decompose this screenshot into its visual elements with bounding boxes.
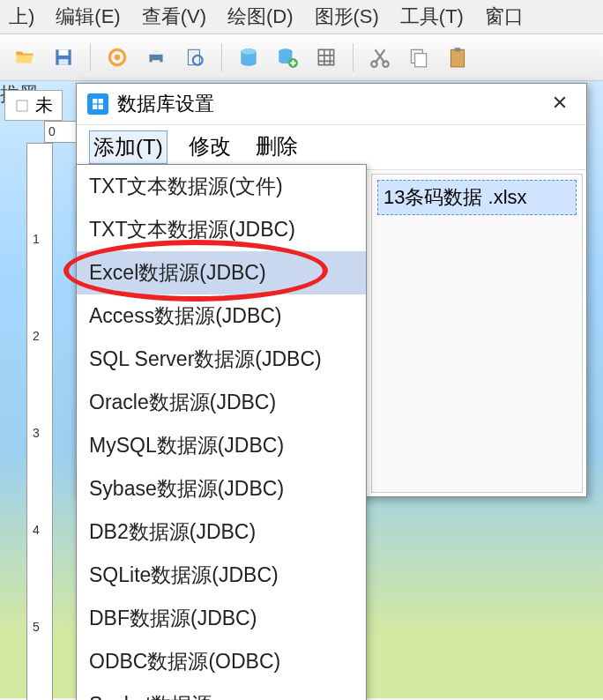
dropdown-item-oracle-jdbc[interactable]: Oracle数据源(JDBC) [77,381,366,424]
document-tab[interactable]: 未 [4,90,63,121]
ruler-vertical: 1 2 3 4 5 [26,143,53,700]
dropdown-item-sqlite-jdbc[interactable]: SQLite数据源(JDBC) [77,554,366,597]
ruler-tick: 1 [33,232,40,246]
dropdown-item-db2-jdbc[interactable]: DB2数据源(JDBC) [77,510,366,554]
toolbar-separator [221,43,222,71]
document-tab-label: 未 [35,93,53,117]
document-icon [14,98,30,114]
svg-rect-18 [450,49,464,67]
svg-rect-23 [93,105,97,109]
svg-rect-2 [59,59,69,65]
settings-button[interactable] [101,41,133,73]
menu-shape[interactable]: 图形(S) [315,4,379,30]
dropdown-item-odbc[interactable]: ODBC数据源(ODBC) [77,640,366,683]
menu-draw[interactable]: 绘图(D) [227,4,294,30]
menu-file[interactable]: 上) [9,4,34,30]
dropdown-item-access-jdbc[interactable]: Access数据源(JDBC) [77,294,366,338]
dropdown-item-excel-jdbc[interactable]: Excel数据源(JDBC) [77,251,366,294]
ruler-tick: 3 [33,426,40,440]
dropdown-item-sybase-jdbc[interactable]: Sybase数据源(JDBC) [77,467,366,510]
toolbar-separator [90,43,91,71]
copy-button[interactable] [403,41,435,73]
datasource-dropdown: TXT文本数据源(文件) TXT文本数据源(JDBC) Excel数据源(JDB… [76,164,367,700]
dropdown-item-socket[interactable]: Socket数据源 [77,683,366,700]
svg-rect-17 [415,54,427,67]
ruler-tick: 0 [48,124,56,138]
dropdown-item-sqlserver-jdbc[interactable]: SQL Server数据源(JDBC) [77,338,366,381]
close-icon [551,93,569,111]
dropdown-item-dbf-jdbc[interactable]: DBF数据源(JDBC) [77,597,366,640]
grid-button[interactable] [310,41,342,73]
modify-menu-item[interactable]: 修改 [185,130,234,164]
svg-rect-22 [99,99,103,103]
svg-point-14 [371,61,377,67]
cut-button[interactable] [364,41,396,73]
dialog-titlebar: 数据库设置 [77,84,586,125]
dropdown-item-txt-file[interactable]: TXT文本数据源(文件) [77,165,366,208]
ruler-tick: 2 [33,329,40,343]
ruler-tick: 4 [33,523,40,537]
menu-edit[interactable]: 编辑(E) [56,4,120,30]
toolbar [0,34,603,81]
dialog-icon [87,93,108,115]
add-menu-item[interactable]: 添加(T) [89,130,168,164]
database-add-button[interactable] [272,41,303,73]
svg-rect-19 [455,48,461,51]
menubar: 上) 编辑(E) 查看(V) 绘图(D) 图形(S) 工具(T) 窗口 [0,0,603,34]
dropdown-item-txt-jdbc[interactable]: TXT文本数据源(JDBC) [77,208,366,251]
svg-rect-24 [99,105,103,109]
svg-rect-1 [59,49,69,56]
svg-rect-6 [153,49,160,54]
file-list[interactable]: 13条码数据 .xlsx [371,174,583,493]
database-button[interactable] [233,41,264,73]
close-button[interactable] [544,92,576,116]
print-preview-button[interactable] [179,41,211,73]
toolbar-separator [353,43,354,71]
svg-point-11 [241,48,256,55]
svg-point-15 [383,61,389,67]
svg-rect-21 [93,99,97,103]
file-item[interactable]: 13条码数据 .xlsx [377,180,577,215]
ruler-tick: 5 [33,620,40,634]
paste-button[interactable] [442,41,473,73]
open-button[interactable] [9,41,41,73]
menu-view[interactable]: 查看(V) [142,4,206,30]
svg-rect-7 [153,60,160,64]
dialog-title-text: 数据库设置 [117,91,214,117]
menu-window[interactable]: 窗口 [485,4,524,30]
dropdown-item-mysql-jdbc[interactable]: MySQL数据源(JDBC) [77,424,366,467]
delete-menu-item[interactable]: 删除 [252,130,302,164]
save-button[interactable] [48,41,79,73]
svg-rect-20 [17,101,27,111]
print-button[interactable] [140,41,172,73]
menu-tools[interactable]: 工具(T) [400,4,464,30]
svg-point-4 [115,55,121,61]
